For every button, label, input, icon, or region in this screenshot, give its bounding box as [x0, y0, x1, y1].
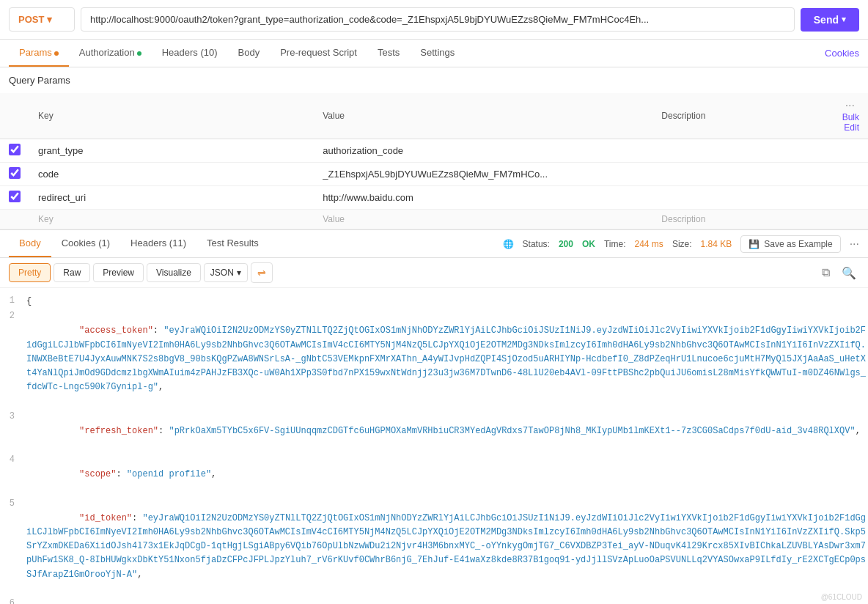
language-label: JSON: [210, 268, 234, 278]
more-options-icon[interactable]: ···: [850, 237, 859, 251]
format-pretty-button[interactable]: Pretty: [9, 263, 51, 282]
send-label: Send: [814, 14, 839, 26]
url-input[interactable]: [81, 7, 795, 32]
empty-value: Value: [314, 210, 652, 229]
status-text: OK: [582, 239, 595, 249]
status-label: Status:: [523, 239, 550, 249]
auth-dot: [137, 51, 141, 56]
request-tabs: Params Authorization Headers (10) Body P…: [0, 40, 868, 67]
tab-headers[interactable]: Headers (10): [152, 40, 228, 67]
json-line-4: 4 "scope": "openid profile",: [0, 453, 868, 497]
row-2-key: redirect_uri: [29, 186, 314, 210]
json-line-6: 6 "token_type": "Bearer",: [0, 597, 868, 604]
row-1-key: code: [29, 163, 314, 186]
res-tab-cookies[interactable]: Cookies (1): [51, 230, 120, 257]
copy-icon[interactable]: ⧉: [819, 263, 833, 283]
json-viewer: 1 { 2 "access_token": "eyJraWQiOiI2N2UzO…: [0, 288, 868, 604]
col-check: [0, 93, 29, 139]
more-icon[interactable]: ···: [845, 99, 855, 111]
res-tab-testresults[interactable]: Test Results: [196, 230, 269, 257]
json-line-1: 1 {: [0, 294, 868, 309]
globe-icon: 🌐: [503, 239, 514, 249]
row-0-checkbox[interactable]: [9, 144, 21, 155]
tab-authorization[interactable]: Authorization: [69, 40, 152, 67]
row-0-key: grant_type: [29, 139, 314, 163]
wrap-icon[interactable]: ⇌: [251, 262, 273, 283]
cookies-link[interactable]: Cookies: [825, 48, 859, 59]
tab-prerequest[interactable]: Pre-request Script: [270, 40, 367, 67]
row-1-value: _Z1EhspxjA5L9bjDYUWuEZzs8QieMw_FM7mHCo..…: [314, 163, 652, 186]
method-selector[interactable]: POST ▾: [9, 7, 75, 32]
format-preview-button[interactable]: Preview: [93, 263, 144, 282]
params-dot: [54, 51, 59, 56]
time-label: Time:: [604, 239, 626, 249]
row-0-value: authorization_code: [314, 139, 652, 163]
bulk-edit-button[interactable]: Bulk Edit: [842, 112, 859, 133]
language-chevron-icon: ▾: [237, 268, 241, 278]
tab-tests[interactable]: Tests: [367, 40, 410, 67]
response-tabs-bar: Body Cookies (1) Headers (11) Test Resul…: [0, 229, 868, 258]
toolbar-actions: ⧉ 🔍: [819, 263, 859, 283]
params-table: Key Value Description ··· Bulk Edit gran…: [0, 93, 868, 229]
col-value: Value: [314, 93, 652, 139]
size-value: 1.84 KB: [701, 239, 732, 249]
format-visualize-button[interactable]: Visualize: [147, 263, 201, 282]
empty-row: Key Value Description: [0, 210, 868, 229]
query-params-label: Query Params: [0, 67, 868, 93]
json-line-3: 3 "refresh_token": "pRrkOaXm5TYbC5x6FV-S…: [0, 410, 868, 454]
tab-body[interactable]: Body: [228, 40, 271, 67]
empty-key: Key: [29, 210, 314, 229]
row-2-value: http://www.baidu.com: [314, 186, 652, 210]
row-1-checkbox[interactable]: [9, 167, 21, 179]
table-row: redirect_uri http://www.baidu.com: [0, 186, 868, 210]
size-label: Size:: [672, 239, 692, 249]
row-2-desc: [652, 186, 833, 210]
row-0-desc: [652, 139, 833, 163]
send-chevron-icon: ▾: [842, 15, 846, 24]
send-button[interactable]: Send ▾: [801, 8, 859, 32]
col-description: Description: [652, 93, 833, 139]
method-label: POST: [18, 14, 44, 25]
response-toolbar: Pretty Raw Preview Visualize JSON ▾ ⇌ ⧉ …: [0, 258, 868, 288]
method-chevron-icon: ▾: [47, 14, 52, 25]
status-code: 200: [559, 239, 573, 249]
row-2-checkbox[interactable]: [9, 191, 21, 202]
search-icon[interactable]: 🔍: [839, 263, 859, 283]
col-bulk: ··· Bulk Edit: [834, 93, 868, 139]
language-select[interactable]: JSON ▾: [204, 263, 248, 282]
save-icon: 💾: [749, 239, 760, 249]
time-value: 244 ms: [635, 239, 663, 249]
save-example-label: Save as Example: [764, 239, 832, 249]
save-example-button[interactable]: 💾 Save as Example: [740, 235, 840, 253]
watermark: @61CLOUD: [821, 593, 862, 601]
format-raw-button[interactable]: Raw: [54, 263, 90, 282]
table-row: grant_type authorization_code: [0, 139, 868, 163]
json-line-2: 2 "access_token": "eyJraWQiOiI2N2UzODMzY…: [0, 309, 868, 409]
res-tab-headers[interactable]: Headers (11): [120, 230, 196, 257]
tab-params[interactable]: Params: [9, 40, 69, 67]
empty-desc: Description: [652, 210, 833, 229]
table-row: code _Z1EhspxjA5L9bjDYUWuEZzs8QieMw_FM7m…: [0, 163, 868, 186]
tab-settings[interactable]: Settings: [410, 40, 465, 67]
col-key: Key: [29, 93, 314, 139]
res-tab-body[interactable]: Body: [9, 230, 51, 257]
url-bar: POST ▾ Send ▾: [0, 0, 868, 40]
row-1-desc: [652, 163, 833, 186]
json-line-5: 5 "id_token": "eyJraWQiOiI2N2UzODMzYS0yZ…: [0, 497, 868, 597]
response-meta: 🌐 Status: 200 OK Time: 244 ms Size: 1.84…: [503, 235, 859, 253]
